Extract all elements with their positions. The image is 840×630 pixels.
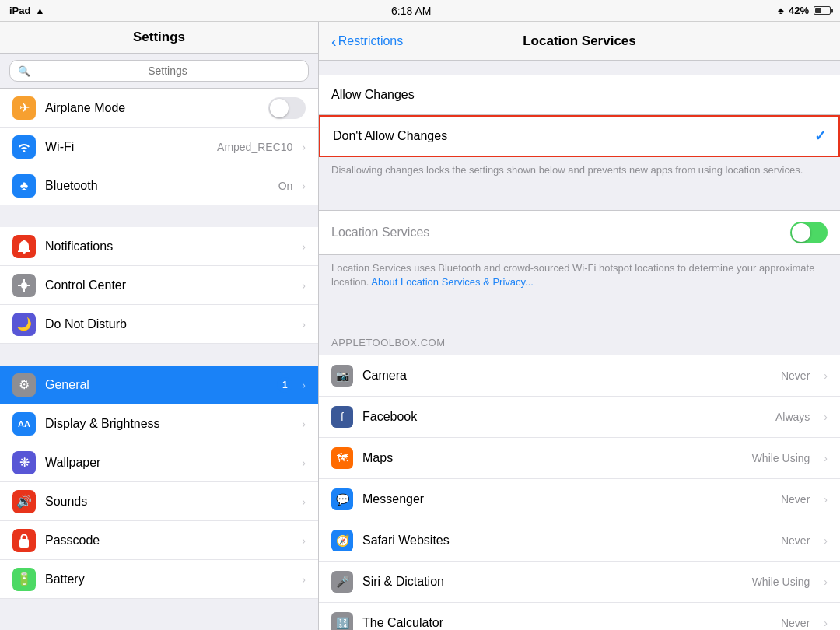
display-icon: AA <box>12 412 36 436</box>
app-item-siri[interactable]: 🎤Siri & DictationWhile Using› <box>319 562 840 603</box>
location-services-wrapper: Location Services Location Services uses… <box>319 210 840 300</box>
battery-chevron: › <box>302 573 306 586</box>
settings-item-notifications[interactable]: Notifications › <box>0 227 318 266</box>
control-center-chevron: › <box>302 279 306 292</box>
wifi-icon: ▲ <box>35 5 44 16</box>
back-chevron-icon: ‹ <box>331 33 337 49</box>
status-right: ♣ 42% <box>778 5 831 16</box>
search-container: 🔍 <box>0 54 318 89</box>
settings-item-battery[interactable]: 🔋 Battery › <box>0 560 318 599</box>
facebook-icon: f <box>331 406 353 428</box>
app-item-facebook[interactable]: fFacebookAlways› <box>319 397 840 438</box>
changes-section-wrapper: Allow Changes Don't Allow Changes ✓ Disa… <box>319 75 840 188</box>
camera-chevron: › <box>824 369 828 382</box>
app-item-maps[interactable]: 🗺MapsWhile Using› <box>319 438 840 479</box>
settings-item-control-center[interactable]: Control Center › <box>0 266 318 305</box>
svg-rect-2 <box>23 289 25 292</box>
allow-changes-description: Disallowing changes locks the settings s… <box>319 157 840 188</box>
settings-item-bluetooth[interactable]: ♣ Bluetooth On › <box>0 166 318 205</box>
apps-section-wrapper: AppleToolBox.com 📷CameraNever›fFacebookA… <box>319 323 840 630</box>
settings-item-display[interactable]: AA Display & Brightness › <box>0 404 318 443</box>
checkmark-icon: ✓ <box>814 128 826 145</box>
svg-rect-5 <box>19 539 29 548</box>
dont-allow-changes-label: Don't Allow Changes <box>333 129 814 143</box>
svg-rect-1 <box>23 279 25 282</box>
maps-icon: 🗺 <box>331 447 353 469</box>
bluetooth-value: On <box>278 180 293 192</box>
sounds-chevron: › <box>302 495 306 508</box>
app-item-safari[interactable]: 🧭Safari WebsitesNever› <box>319 520 840 562</box>
notifications-icon <box>12 235 36 258</box>
safari-value: Never <box>781 534 810 547</box>
time-display: 6:18 AM <box>391 5 431 17</box>
location-privacy-link[interactable]: About Location Services & Privacy... <box>371 276 534 288</box>
settings-title: Settings <box>12 30 306 45</box>
bluetooth-status-icon: ♣ <box>778 5 784 16</box>
settings-item-general[interactable]: ⚙ General 1 › <box>0 366 318 404</box>
settings-item-passcode[interactable]: Passcode › <box>0 521 318 560</box>
camera-label: Camera <box>362 369 772 383</box>
settings-item-sounds[interactable]: 🔊 Sounds › <box>0 482 318 521</box>
allow-changes-label: Allow Changes <box>331 88 828 102</box>
control-center-label: Control Center <box>45 278 292 292</box>
messenger-icon: 💬 <box>331 488 353 510</box>
app-item-camera[interactable]: 📷CameraNever› <box>319 355 840 397</box>
apps-group-label: AppleToolBox.com <box>319 323 840 355</box>
control-center-icon <box>12 274 36 297</box>
location-services-item[interactable]: Location Services <box>319 211 840 254</box>
svg-rect-3 <box>18 285 21 286</box>
device-label: iPad <box>9 5 30 16</box>
maps-label: Maps <box>362 451 743 465</box>
bluetooth-label: Bluetooth <box>45 179 269 193</box>
notifications-label: Notifications <box>45 240 292 254</box>
wallpaper-icon: ❋ <box>12 451 36 474</box>
sounds-icon: 🔊 <box>12 490 36 513</box>
search-input[interactable] <box>35 65 300 77</box>
siri-chevron: › <box>824 576 828 588</box>
messenger-chevron: › <box>824 493 828 506</box>
app-item-calculator[interactable]: 🔢The CalculatorNever› <box>319 603 840 630</box>
allow-changes-item[interactable]: Allow Changes <box>319 75 840 114</box>
safari-label: Safari Websites <box>362 534 772 548</box>
back-button[interactable]: ‹ Restrictions <box>331 33 425 49</box>
notifications-chevron: › <box>302 240 306 253</box>
wallpaper-label: Wallpaper <box>45 456 292 470</box>
right-panel: ‹ Restrictions Location Services Allow C… <box>319 22 840 630</box>
app-item-messenger[interactable]: 💬MessengerNever› <box>319 479 840 520</box>
dnd-label: Do Not Disturb <box>45 317 292 331</box>
dont-allow-changes-item[interactable]: Don't Allow Changes ✓ <box>320 117 838 156</box>
settings-item-dnd[interactable]: 🌙 Do Not Disturb › <box>0 305 318 344</box>
general-badge: 1 <box>277 377 292 393</box>
wifi-settings-icon <box>12 135 36 159</box>
facebook-chevron: › <box>824 411 828 423</box>
location-services-label: Location Services <box>331 226 790 240</box>
airplane-mode-label: Airplane Mode <box>45 101 259 115</box>
settings-item-airplane-mode[interactable]: ✈ Airplane Mode <box>0 89 318 128</box>
location-services-toggle[interactable] <box>790 222 828 243</box>
right-panel-title: Location Services <box>425 33 734 49</box>
camera-value: Never <box>781 369 810 382</box>
right-content: Allow Changes Don't Allow Changes ✓ Disa… <box>319 61 840 630</box>
display-chevron: › <box>302 418 306 430</box>
general-chevron: › <box>302 379 306 391</box>
battery-settings-icon: 🔋 <box>12 568 36 591</box>
wifi-chevron: › <box>302 141 306 153</box>
allow-changes-section: Allow Changes <box>319 75 840 115</box>
passcode-icon <box>12 529 36 552</box>
notifications-group: Notifications › Control Center › 🌙 Do No… <box>0 227 318 344</box>
maps-chevron: › <box>824 452 828 464</box>
settings-list: ✈ Airplane Mode Wi-Fi Amped_REC10 › <box>0 89 318 630</box>
group-spacer-1 <box>0 205 318 227</box>
display-label: Display & Brightness <box>45 417 292 431</box>
sounds-label: Sounds <box>45 495 292 509</box>
left-header: Settings <box>0 22 318 54</box>
search-bar[interactable]: 🔍 <box>9 60 309 82</box>
facebook-label: Facebook <box>362 410 766 424</box>
settings-item-wallpaper[interactable]: ❋ Wallpaper › <box>0 443 318 482</box>
connectivity-group: ✈ Airplane Mode Wi-Fi Amped_REC10 › <box>0 89 318 205</box>
wifi-label: Wi-Fi <box>45 140 208 154</box>
airplane-mode-icon: ✈ <box>12 96 36 120</box>
airplane-mode-toggle[interactable] <box>268 97 306 119</box>
battery-percentage: 42% <box>789 5 809 16</box>
settings-item-wifi[interactable]: Wi-Fi Amped_REC10 › <box>0 128 318 166</box>
